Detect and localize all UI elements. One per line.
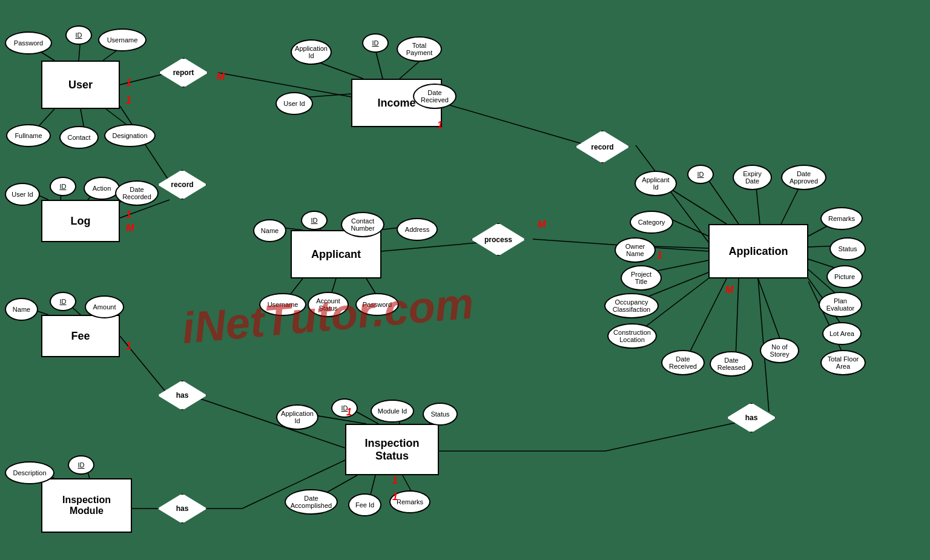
card-process-app-1: 1 <box>657 250 662 261</box>
svg-line-6 <box>381 242 484 251</box>
attr-app-picture: Picture <box>826 265 863 288</box>
card-user-record-1: 1 <box>126 95 131 106</box>
attr-app-applicantid: ApplicantId <box>635 171 677 196</box>
attr-im-id: ID <box>68 455 94 475</box>
attr-log-id: ID <box>50 177 76 196</box>
attr-income-userid: User Id <box>275 92 313 115</box>
attr-user-id: ID <box>65 25 92 45</box>
card-user-report-1: 1 <box>126 77 131 88</box>
entity-inspection-module-label: InspectionModule <box>62 495 111 516</box>
attr-app-planevaluator: PlanEvaluator <box>819 292 862 317</box>
entity-applicant-label: Applicant <box>311 248 361 261</box>
diamond-process-label: process <box>484 236 512 244</box>
erd-canvas: User Log Fee InspectionModule Income App… <box>0 0 930 560</box>
attr-im-description: Description <box>5 461 54 484</box>
entity-user-label: User <box>68 79 93 91</box>
svg-line-66 <box>687 278 727 357</box>
attr-log-date-recorded: DateRecorded <box>115 180 159 206</box>
svg-line-67 <box>736 278 739 358</box>
entity-income-label: Income <box>377 97 415 110</box>
attr-is-moduleid: Module Id <box>371 400 414 423</box>
card-has1-fee-1: 1 <box>126 341 131 352</box>
attr-is-id: ID <box>331 398 358 418</box>
svg-line-32 <box>375 50 383 79</box>
card-record1-log-m: M <box>126 223 134 234</box>
attr-app-projecttitle: ProjectTitle <box>621 265 662 291</box>
svg-line-9 <box>194 397 345 448</box>
attr-app-ownername: OwnerName <box>615 237 656 263</box>
attr-user-designation: Designation <box>104 124 156 147</box>
card-has3-app-m: M <box>725 285 733 295</box>
attr-log-userid: User Id <box>5 183 40 206</box>
attr-user-username: Username <box>98 28 147 51</box>
card-is-bot-1a: 1 <box>392 475 398 486</box>
attr-app-category: Category <box>630 211 673 234</box>
entity-application: Application <box>708 224 808 278</box>
svg-line-31 <box>314 61 363 79</box>
attr-app-datereceived: DateReceived <box>661 350 705 375</box>
diamond-report: report <box>159 58 208 88</box>
entity-log-label: Log <box>71 215 91 228</box>
attr-applicant-password: Password <box>355 293 399 316</box>
entity-fee: Fee <box>41 315 120 357</box>
attr-app-remarks: Remarks <box>820 207 863 230</box>
attr-app-nostorey: No ofStorey <box>760 338 799 363</box>
svg-line-4 <box>442 103 587 145</box>
entity-log: Log <box>41 200 120 242</box>
diamond-has2: has <box>157 493 207 524</box>
attr-applicant-username: Username <box>259 293 306 316</box>
attr-user-password: Password <box>5 31 52 54</box>
attr-fee-id: ID <box>50 292 76 311</box>
attr-income-appid: ApplicationId <box>291 39 332 65</box>
entity-applicant: Applicant <box>291 230 381 278</box>
attr-app-expiry: ExpiryDate <box>733 165 772 190</box>
attr-applicant-address: Address <box>397 218 438 241</box>
connection-lines <box>0 0 930 560</box>
diamond-record1: record <box>157 170 207 200</box>
diamond-record2: record <box>575 130 630 163</box>
attr-app-status: Status <box>829 237 866 260</box>
attr-app-id: ID <box>687 165 714 184</box>
attr-is-appid: ApplicationId <box>276 404 318 430</box>
attr-income-id: ID <box>362 33 389 53</box>
svg-line-65 <box>758 278 782 345</box>
entity-user: User <box>41 61 120 109</box>
diamond-has1: has <box>157 380 207 410</box>
attr-fee-amount: Amount <box>85 295 124 318</box>
card-record1-user-1: 1 <box>126 209 131 220</box>
card-is-top-1: 1 <box>346 407 352 418</box>
diamond-record2-label: record <box>591 143 613 151</box>
diamond-record1-label: record <box>171 180 193 189</box>
attr-user-contact: Contact <box>59 126 99 149</box>
diamond-report-label: report <box>173 68 194 77</box>
attr-applicant-acctst: AccountStatus <box>308 292 349 317</box>
attr-app-lotarea: Lot Area <box>822 322 862 345</box>
attr-app-constloc: ConstructionLocation <box>607 323 657 349</box>
diamond-process: process <box>471 223 526 256</box>
attr-fee-name: Name <box>5 298 38 321</box>
attr-log-action: Action <box>84 177 120 200</box>
entity-inspection-module: InspectionModule <box>41 478 132 533</box>
attr-applicant-id: ID <box>301 211 328 230</box>
attr-income-totalpayment: TotalPayment <box>397 36 442 62</box>
card-income-record2-1: 1 <box>437 120 443 131</box>
diamond-has3-label: has <box>745 413 758 422</box>
attr-applicant-contact: ContactNumber <box>341 212 384 237</box>
attr-app-dateapproved: DateApproved <box>781 165 826 190</box>
entity-inspection-status-label: InspectionStatus <box>364 437 419 463</box>
entity-inspection-status: InspectionStatus <box>345 424 439 475</box>
card-process-m: M <box>538 219 546 230</box>
attr-app-occupancy: OccupancyClassifaction <box>604 293 659 318</box>
diamond-has1-label: has <box>176 391 189 400</box>
attr-is-dateacc: DateAccomplished <box>285 489 338 515</box>
attr-app-datereleased: DateReleased <box>710 351 753 377</box>
attr-applicant-name: Name <box>253 219 286 242</box>
card-report-income-m: M <box>217 71 225 82</box>
attr-income-datereceived: DateRecieved <box>413 84 457 109</box>
card-is-bot-1b: 1 <box>392 492 398 502</box>
attr-is-feeid: Fee Id <box>348 493 381 516</box>
attr-user-fullname: Fullname <box>6 124 51 147</box>
diamond-has3: has <box>727 403 776 433</box>
diamond-has2-label: has <box>176 504 189 513</box>
entity-fee-label: Fee <box>71 330 90 343</box>
